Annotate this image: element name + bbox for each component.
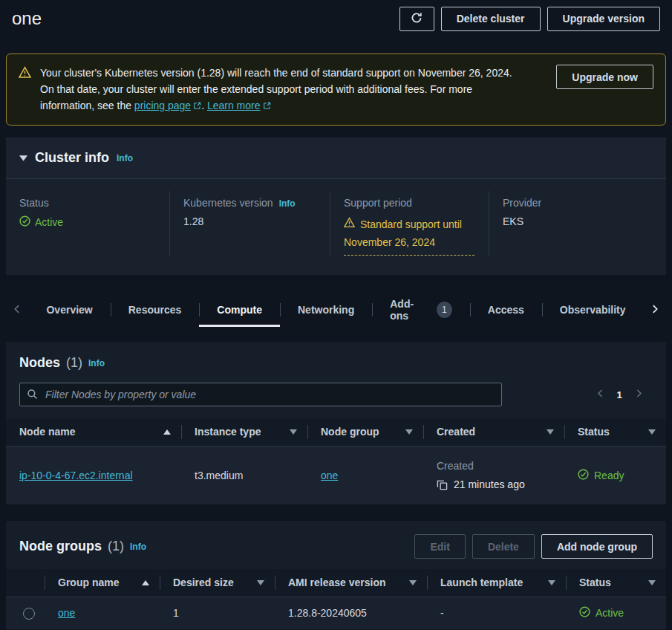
column-filter-icon[interactable]: [547, 429, 554, 435]
tab-overview[interactable]: Overview: [28, 293, 110, 327]
refresh-icon: [411, 12, 423, 26]
previous-page-button[interactable]: [596, 389, 605, 400]
nodes-header: Nodes (1) Info: [6, 342, 666, 381]
tab-observability[interactable]: Observability: [542, 293, 644, 327]
column-header-group-name[interactable]: Group name: [45, 569, 160, 597]
column-filter-icon[interactable]: [290, 429, 297, 435]
delete-node-group-button[interactable]: Delete: [472, 534, 535, 559]
desired-size-value: 1: [173, 607, 179, 619]
status-label: Status: [19, 197, 49, 209]
column-header-launch-template[interactable]: Launch template: [427, 569, 566, 597]
row-select-radio[interactable]: [23, 608, 35, 620]
page-header: one Delete cluster Upgrade version: [0, 0, 672, 37]
banner-text: Your cluster's Kubernetes version (1.28)…: [40, 65, 538, 114]
nodes-table: Node name Instance type Node group: [6, 418, 666, 504]
field-support-period: Support period Standard support until No…: [330, 191, 489, 256]
cluster-title: one: [12, 8, 42, 29]
column-filter-icon[interactable]: [257, 580, 264, 585]
next-page-button[interactable]: [634, 389, 644, 400]
nodes-filter-input[interactable]: [19, 383, 502, 406]
node-groups-table-header-row: Group name Desired size AMI release vers…: [6, 569, 666, 597]
kubernetes-version-info-link[interactable]: Info: [279, 198, 296, 209]
banner-line-1: Your cluster's Kubernetes version (1.28)…: [40, 67, 512, 79]
node-groups-info-link[interactable]: Info: [130, 542, 146, 552]
column-filter-icon[interactable]: [409, 580, 417, 585]
learn-more-link[interactable]: Learn more: [207, 100, 271, 111]
tabs-scroll-left-button[interactable]: [6, 293, 28, 327]
cluster-info-body: Status Active Kubernetes version Info 1.…: [6, 178, 666, 275]
page-number-button[interactable]: 1: [617, 389, 622, 400]
node-groups-table: Group name Desired size AMI release vers…: [6, 569, 666, 629]
node-table-row: ip-10-0-4-67.ec2.internal t3.medium one …: [6, 446, 666, 504]
field-status: Status Active: [6, 191, 169, 256]
node-group-link[interactable]: one: [321, 470, 338, 481]
nodes-info-link[interactable]: Info: [88, 358, 105, 368]
warning-icon: [19, 66, 31, 81]
add-ons-count-badge: 1: [437, 302, 452, 318]
kubernetes-version-value: 1.28: [183, 215, 203, 227]
edit-node-group-button[interactable]: Edit: [414, 534, 465, 559]
provider-label: Provider: [503, 197, 541, 209]
warning-icon: [344, 215, 355, 233]
tab-compute[interactable]: Compute: [199, 293, 280, 327]
column-header-node-group[interactable]: Node group: [307, 418, 423, 446]
column-header-node-name[interactable]: Node name: [6, 418, 181, 446]
nodes-filter-row: 1: [6, 381, 666, 418]
copy-icon[interactable]: [437, 479, 448, 490]
add-node-group-button[interactable]: Add node group: [541, 534, 653, 559]
tab-add-ons[interactable]: Add-ons 1: [372, 293, 470, 327]
cluster-title-text: one: [12, 8, 42, 28]
node-group-table-row: one 1 1.28.8-20240605 - Active: [6, 597, 666, 629]
refresh-button[interactable]: [399, 7, 434, 31]
check-circle-icon: [579, 606, 590, 620]
cluster-info-panel: Cluster info Info Status Active Kubernet…: [6, 137, 666, 275]
eks-cluster-page: one Delete cluster Upgrade version: [0, 0, 672, 629]
banner-line-3-prefix: information, see the: [40, 100, 134, 111]
column-header-ami-release-version[interactable]: AMI release version: [275, 569, 427, 597]
group-status-badge: Active: [579, 606, 656, 620]
column-filter-icon[interactable]: [648, 580, 656, 585]
column-header-selection: [6, 569, 45, 597]
node-groups-actions: Edit Delete Add node group: [414, 534, 653, 559]
cluster-info-link[interactable]: Info: [117, 153, 133, 163]
upgrade-version-button[interactable]: Upgrade version: [547, 7, 660, 31]
column-filter-icon[interactable]: [548, 580, 555, 585]
external-link-icon: [193, 100, 201, 112]
column-header-created[interactable]: Created: [423, 418, 564, 446]
column-filter-icon[interactable]: [405, 429, 413, 435]
node-groups-header: Node groups (1) Info Edit Delete Add nod…: [6, 521, 666, 569]
header-actions: Delete cluster Upgrade version: [399, 7, 660, 31]
status-value: Active: [19, 215, 156, 229]
node-name-link[interactable]: ip-10-0-4-67.ec2.internal: [19, 470, 133, 481]
nodes-table-header-row: Node name Instance type Node group: [6, 418, 666, 446]
support-period-value[interactable]: Standard support until November 26, 2024: [344, 215, 475, 256]
tabs-scroll-right-button[interactable]: [644, 293, 666, 327]
cluster-info-header[interactable]: Cluster info Info: [6, 137, 666, 178]
column-header-desired-size[interactable]: Desired size: [160, 569, 275, 597]
column-header-status[interactable]: Status: [564, 418, 666, 446]
node-groups-title: Node groups: [19, 539, 102, 554]
launch-template-value: -: [440, 607, 444, 619]
tab-networking[interactable]: Networking: [280, 293, 372, 327]
group-name-link[interactable]: one: [58, 607, 75, 619]
instance-type-value: t3.medium: [195, 470, 243, 481]
banner-line-2: On that date, your cluster will enter th…: [40, 83, 472, 95]
chevron-left-icon: [12, 304, 22, 316]
support-warning-banner: Your cluster's Kubernetes version (1.28)…: [6, 53, 666, 126]
tab-access[interactable]: Access: [470, 293, 542, 327]
delete-cluster-button[interactable]: Delete cluster: [441, 7, 541, 31]
nodes-title: Nodes: [19, 355, 60, 371]
column-header-group-status[interactable]: Status: [566, 569, 666, 597]
sort-ascending-icon[interactable]: [142, 580, 149, 585]
provider-value: EKS: [503, 215, 523, 227]
column-header-instance-type[interactable]: Instance type: [181, 418, 307, 446]
collapse-caret-icon[interactable]: [19, 155, 27, 161]
chevron-right-icon: [634, 389, 644, 400]
column-filter-icon[interactable]: [648, 429, 656, 435]
upgrade-now-button[interactable]: Upgrade now: [556, 65, 653, 89]
created-value: 21 minutes ago: [454, 478, 525, 490]
node-groups-panel: Node groups (1) Info Edit Delete Add nod…: [6, 521, 666, 629]
tab-resources[interactable]: Resources: [111, 293, 200, 327]
sort-ascending-icon[interactable]: [163, 429, 171, 435]
pricing-page-link[interactable]: pricing page: [134, 100, 201, 111]
